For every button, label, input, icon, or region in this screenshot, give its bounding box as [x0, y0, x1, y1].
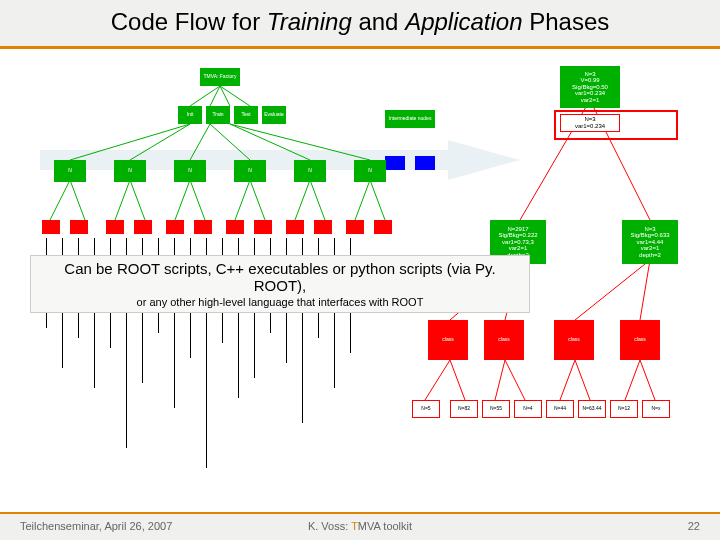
- diagram-canvas: TMVA::Factory Init Train Test Evaluate I…: [30, 60, 690, 480]
- footer-page-number: 22: [688, 520, 700, 532]
- leaf-node: [166, 220, 184, 234]
- node-test: Test: [234, 106, 258, 124]
- svg-line-31: [505, 360, 525, 400]
- node-init: Init: [178, 106, 202, 124]
- title-em2: Application: [405, 8, 522, 35]
- tree-node: N: [294, 160, 326, 182]
- node-m2: N=3 Sig/Bkg=0.633 var1=4.44 var2=1 depth…: [622, 220, 678, 264]
- leaf-node: [346, 220, 364, 234]
- tree-node: N: [234, 160, 266, 182]
- leaf-box: N=5: [412, 400, 440, 418]
- leaf-box: N=12: [610, 400, 638, 418]
- leaf-node: [194, 220, 212, 234]
- svg-line-16: [235, 180, 250, 220]
- leaf-box: N=82: [450, 400, 478, 418]
- red-node: class: [484, 320, 524, 360]
- svg-line-3: [220, 86, 250, 106]
- svg-line-30: [495, 360, 505, 400]
- leaf-node: [226, 220, 244, 234]
- title-pre: Code Flow for: [111, 8, 267, 35]
- svg-line-28: [425, 360, 450, 400]
- node-train: Train: [206, 106, 230, 124]
- svg-line-11: [70, 180, 85, 220]
- leaf-box: N=63.44: [578, 400, 606, 418]
- node-factory: TMVA::Factory: [200, 68, 240, 86]
- leaf-node: [70, 220, 88, 234]
- svg-line-21: [370, 180, 385, 220]
- leaf-node: [42, 220, 60, 234]
- reader-root: N=3 V=0.99 Sig/Bkg=0.50 var1=0.234 var2=…: [560, 66, 620, 108]
- svg-line-35: [640, 360, 655, 400]
- red-node: class: [620, 320, 660, 360]
- leaf-box: N=44: [546, 400, 574, 418]
- node-blue-l: [385, 156, 405, 170]
- highlight-frame: [554, 110, 678, 140]
- svg-line-18: [295, 180, 310, 220]
- svg-line-14: [175, 180, 190, 220]
- svg-line-26: [575, 260, 650, 320]
- background-arrow: [40, 140, 520, 180]
- red-node: class: [554, 320, 594, 360]
- svg-line-17: [250, 180, 265, 220]
- footer-center-pre: K. Voss:: [308, 520, 351, 532]
- svg-line-19: [310, 180, 325, 220]
- svg-line-15: [190, 180, 205, 220]
- footer-bar: Teilchenseminar, April 26, 2007 K. Voss:…: [0, 512, 720, 540]
- leaf-box: N=4: [514, 400, 542, 418]
- svg-line-10: [50, 180, 70, 220]
- red-node: class: [428, 320, 468, 360]
- footer-t: T: [351, 520, 358, 532]
- node-blue-r: [415, 156, 435, 170]
- slide-title: Code Flow for Training and Application P…: [0, 8, 720, 36]
- svg-line-12: [115, 180, 130, 220]
- title-em1: Training: [267, 8, 352, 35]
- tree-node: N: [54, 160, 86, 182]
- note-line1: Can be ROOT scripts, C++ executables or …: [39, 260, 521, 294]
- svg-line-27: [640, 260, 650, 320]
- svg-line-13: [130, 180, 145, 220]
- leaf-box: N=55: [482, 400, 510, 418]
- svg-line-33: [575, 360, 590, 400]
- title-mid: and: [352, 8, 405, 35]
- label-intermediate: Intermediate nodes: [385, 110, 435, 128]
- svg-line-32: [560, 360, 575, 400]
- leaf-node: [134, 220, 152, 234]
- tree-node: N: [354, 160, 386, 182]
- leaf-box: N=x: [642, 400, 670, 418]
- note-box: Can be ROOT scripts, C++ executables or …: [30, 255, 530, 313]
- tree-node: N: [174, 160, 206, 182]
- footer-center: K. Voss: TMVA toolkit: [0, 520, 720, 532]
- footer-center-post: MVA toolkit: [358, 520, 412, 532]
- svg-line-34: [625, 360, 640, 400]
- leaf-node: [254, 220, 272, 234]
- svg-line-29: [450, 360, 465, 400]
- leaf-node: [374, 220, 392, 234]
- leaf-node: [314, 220, 332, 234]
- svg-line-20: [355, 180, 370, 220]
- leaf-node: [106, 220, 124, 234]
- node-eval: Evaluate: [262, 106, 286, 124]
- svg-line-1: [210, 86, 220, 106]
- tree-node: N: [114, 160, 146, 182]
- leaf-node: [286, 220, 304, 234]
- title-post: Phases: [523, 8, 610, 35]
- svg-line-2: [220, 86, 230, 106]
- note-line2: or any other high-level language that in…: [39, 296, 521, 308]
- svg-line-0: [190, 86, 220, 106]
